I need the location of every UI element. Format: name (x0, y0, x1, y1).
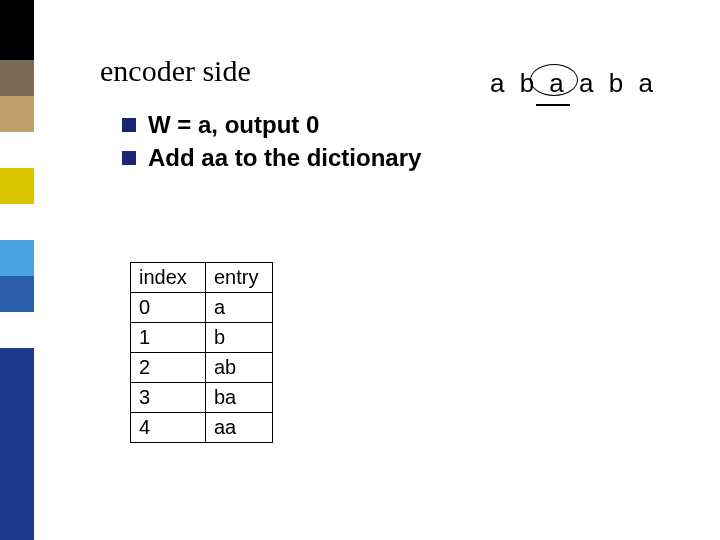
colorbar-seg (0, 0, 34, 60)
table-cell: a (206, 293, 273, 323)
colorbar-seg (0, 312, 34, 348)
bullet-text: W = a, output 0 (148, 108, 319, 141)
bullet-item: Add aa to the dictionary (122, 141, 421, 174)
table-cell: b (206, 323, 273, 353)
table-row: 3 ba (131, 383, 273, 413)
slide: encoder side W = a, output 0 Add aa to t… (0, 0, 720, 540)
bullet-list: W = a, output 0 Add aa to the dictionary (122, 108, 421, 174)
colorbar-seg (0, 204, 34, 240)
colorbar-seg (0, 384, 34, 540)
underline-annotation (536, 104, 570, 106)
colorbar-seg (0, 60, 34, 96)
colorbar-seg (0, 240, 34, 276)
bullet-square-icon (122, 151, 136, 165)
table-row: 0 a (131, 293, 273, 323)
table-header-row: index entry (131, 263, 273, 293)
table-cell: ab (206, 353, 273, 383)
table-header-cell: entry (206, 263, 273, 293)
bullet-text: Add aa to the dictionary (148, 141, 421, 174)
table-row: 1 b (131, 323, 273, 353)
dictionary-table: index entry 0 a 1 b 2 ab 3 ba 4 aa (130, 262, 273, 443)
colorbar-seg (0, 348, 34, 384)
table-row: 4 aa (131, 413, 273, 443)
bullet-square-icon (122, 118, 136, 132)
colorbar-seg (0, 168, 34, 204)
table-header-cell: index (131, 263, 206, 293)
table-cell: 0 (131, 293, 206, 323)
colorbar-seg (0, 96, 34, 132)
table-cell: ba (206, 383, 273, 413)
table-cell: 1 (131, 323, 206, 353)
table-cell: 4 (131, 413, 206, 443)
slide-title: encoder side (100, 54, 251, 88)
table-cell: 2 (131, 353, 206, 383)
colorbar-seg (0, 132, 34, 168)
table-cell: 3 (131, 383, 206, 413)
left-color-bar (0, 0, 34, 540)
colorbar-seg (0, 276, 34, 312)
table-row: 2 ab (131, 353, 273, 383)
circle-annotation (530, 64, 578, 96)
table-cell: aa (206, 413, 273, 443)
bullet-item: W = a, output 0 (122, 108, 421, 141)
